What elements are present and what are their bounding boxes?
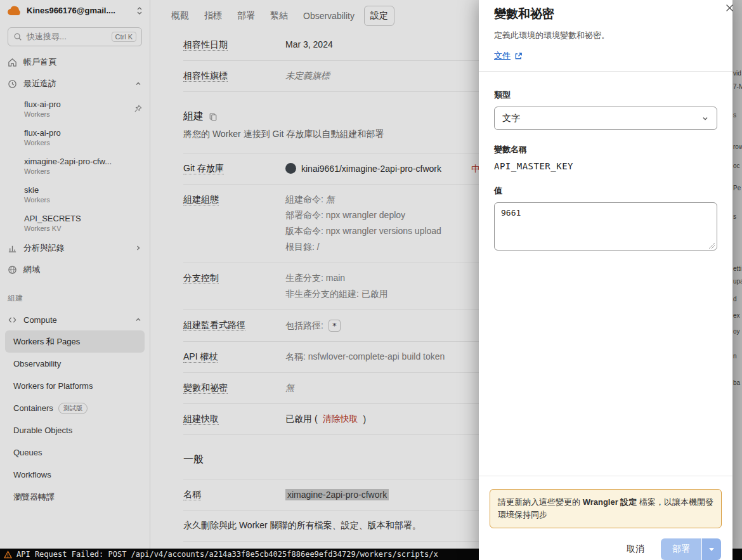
drawer-header: 變數和祕密 定義此環境的環境變數和祕密。 文件 bbox=[479, 0, 732, 71]
variable-name-value: API_MASTER_KEY bbox=[494, 161, 717, 171]
cancel-button[interactable]: 取消 bbox=[627, 544, 644, 555]
deploy-dropdown-button[interactable] bbox=[702, 538, 721, 560]
documentation-link[interactable]: 文件 bbox=[494, 50, 523, 62]
external-link-icon bbox=[514, 52, 523, 60]
deploy-button[interactable]: 部署 bbox=[661, 538, 701, 560]
type-label: 類型 bbox=[494, 89, 717, 101]
type-select-value: 文字 bbox=[502, 113, 520, 124]
close-icon[interactable] bbox=[720, 0, 739, 17]
wrangler-config-bold: Wrangler 設定 bbox=[583, 497, 637, 507]
drawer-description: 定義此環境的環境變數和祕密。 bbox=[494, 30, 717, 41]
drawer-form: 類型 文字 變數名稱 API_MASTER_KEY 值 9661 bbox=[479, 72, 732, 253]
drawer-spacer bbox=[479, 253, 732, 476]
wrangler-sync-warning: 請更新納入這些變更的 Wrangler 設定 檔案，以讓本機開發環境保持同步 bbox=[490, 489, 722, 528]
variables-and-secrets-drawer: 變數和祕密 定義此環境的環境變數和祕密。 文件 類型 文字 變數名稱 API_M… bbox=[479, 0, 732, 560]
type-select[interactable]: 文字 bbox=[494, 107, 717, 130]
drawer-footer-divider bbox=[479, 476, 732, 476]
deploy-split-button: 部署 bbox=[661, 538, 721, 560]
drawer-title: 變數和祕密 bbox=[494, 6, 717, 22]
value-textarea[interactable]: 9661 bbox=[494, 202, 717, 251]
dropdown-arrow-icon bbox=[709, 548, 714, 551]
chevron-down-icon bbox=[701, 115, 709, 122]
variable-name-label: 變數名稱 bbox=[494, 144, 717, 155]
drawer-footer: 取消 部署 bbox=[479, 528, 732, 560]
value-label: 值 bbox=[494, 185, 717, 197]
value-textarea-wrap: 9661 bbox=[494, 202, 717, 253]
